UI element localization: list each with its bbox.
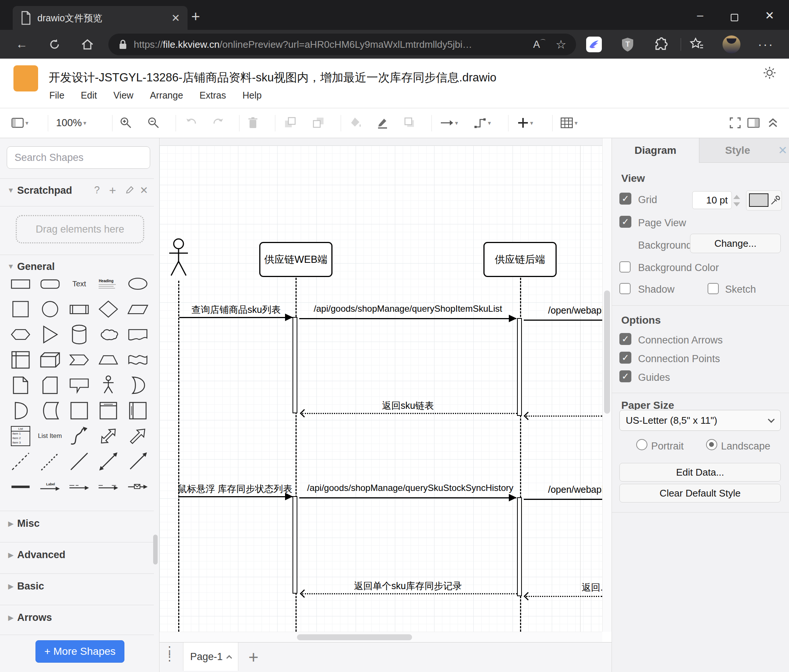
shape-cloud[interactable] bbox=[94, 322, 123, 347]
return-arrow[interactable] bbox=[526, 596, 602, 597]
page-view-checkbox[interactable]: ✓ bbox=[620, 216, 631, 228]
shadow-icon[interactable] bbox=[404, 108, 416, 137]
web-activation-bar[interactable] bbox=[292, 496, 297, 594]
shape-directional-connector[interactable] bbox=[123, 449, 152, 474]
maximize-icon[interactable] bbox=[726, 11, 743, 24]
shape-envelope-arrow[interactable] bbox=[123, 474, 152, 500]
diagram-canvas[interactable]: 供应链WEB端 供应链后端 查询店铺商品sku列表 /api/goods/sho… bbox=[160, 138, 602, 632]
shape-dashed-line[interactable] bbox=[6, 449, 35, 474]
shape-internal-storage[interactable] bbox=[6, 347, 35, 373]
url-bar[interactable]: https://file.kkview.cn/onlinePreview?url… bbox=[109, 33, 576, 55]
shape-card[interactable] bbox=[35, 373, 64, 398]
message-label[interactable]: /api/goods/shopManage/querySkuStockSyncH… bbox=[307, 483, 509, 493]
refresh-icon[interactable] bbox=[44, 30, 65, 59]
back-icon[interactable]: ← bbox=[11, 30, 32, 59]
scratchpad-close-icon[interactable]: ✕ bbox=[140, 185, 148, 196]
message-arrow[interactable] bbox=[179, 496, 292, 497]
shape-source-target-arrow[interactable] bbox=[94, 474, 123, 500]
zoom-in-icon[interactable] bbox=[120, 108, 132, 137]
shape-bidirectional-arrow[interactable] bbox=[94, 424, 123, 449]
scrollbar-thumb[interactable] bbox=[297, 634, 412, 640]
landscape-radio[interactable] bbox=[706, 439, 717, 450]
section-misc[interactable]: ▶ Misc bbox=[0, 515, 159, 532]
scratchpad-add-icon[interactable]: + bbox=[109, 184, 116, 197]
message-arrow[interactable] bbox=[524, 499, 602, 500]
message-arrow[interactable] bbox=[299, 318, 516, 319]
to-back-icon[interactable] bbox=[312, 108, 325, 137]
menu-arrange[interactable]: Arrange bbox=[150, 90, 183, 101]
shape-step[interactable] bbox=[65, 347, 94, 373]
grid-checkbox[interactable]: ✓ bbox=[620, 193, 631, 205]
scratchpad-edit-icon[interactable] bbox=[126, 185, 135, 197]
message-label[interactable]: /open/webapi/item bbox=[548, 484, 602, 495]
browser-tab[interactable]: drawio文件预览 ✕ bbox=[13, 6, 187, 30]
shape-cube[interactable] bbox=[35, 347, 64, 373]
shape-triangle[interactable] bbox=[35, 322, 64, 347]
favorite-star-icon[interactable]: ☆ bbox=[556, 37, 566, 51]
shape-bidirectional-connector[interactable] bbox=[94, 449, 123, 474]
avatar[interactable] bbox=[721, 30, 742, 59]
shape-arrow[interactable] bbox=[123, 424, 152, 449]
shape-rectangle[interactable] bbox=[6, 271, 35, 296]
grid-size-input[interactable] bbox=[692, 191, 732, 209]
shape-rounded-rectangle[interactable] bbox=[35, 271, 64, 296]
shape-container[interactable] bbox=[65, 398, 94, 424]
scratchpad-section[interactable]: ▼ Scratchpad bbox=[0, 182, 159, 199]
insert-icon[interactable]: ▾ bbox=[517, 108, 533, 137]
connection-icon[interactable]: ▾ bbox=[440, 108, 458, 137]
add-page-button[interactable]: + bbox=[248, 647, 259, 667]
grid-color-button[interactable] bbox=[746, 190, 782, 210]
shape-diamond[interactable] bbox=[94, 296, 123, 322]
shape-and[interactable] bbox=[6, 398, 35, 424]
shape-ellipse[interactable] bbox=[123, 271, 152, 296]
menu-help[interactable]: Help bbox=[243, 90, 262, 101]
table-icon[interactable]: ▾ bbox=[561, 108, 578, 137]
shape-circle[interactable] bbox=[35, 296, 64, 322]
redo-icon[interactable] bbox=[211, 108, 225, 137]
browser-menu-icon[interactable]: ··· bbox=[755, 30, 776, 59]
shape-callout[interactable] bbox=[65, 373, 94, 398]
more-shapes-button[interactable]: + More Shapes bbox=[35, 640, 125, 662]
message-label[interactable]: 查询店铺商品sku列表 bbox=[174, 304, 298, 316]
grid-size-decrement[interactable] bbox=[733, 202, 740, 207]
menu-extras[interactable]: Extras bbox=[200, 90, 226, 101]
fullscreen-icon[interactable] bbox=[729, 108, 741, 137]
message-label[interactable]: /open/webapi/ bbox=[548, 305, 602, 316]
shape-line[interactable] bbox=[65, 449, 94, 474]
delete-icon[interactable] bbox=[247, 108, 259, 137]
shape-dotted-line[interactable] bbox=[35, 449, 64, 474]
shape-note[interactable] bbox=[6, 373, 35, 398]
minimize-icon[interactable]: – bbox=[692, 9, 708, 22]
extensions-puzzle-icon[interactable] bbox=[650, 30, 671, 59]
sketch-checkbox[interactable] bbox=[708, 283, 719, 294]
line-color-icon[interactable] bbox=[377, 108, 388, 137]
view-panel-icon[interactable]: ▾ bbox=[11, 108, 29, 137]
menu-file[interactable]: File bbox=[50, 90, 64, 101]
format-panel-icon[interactable] bbox=[747, 108, 760, 137]
panel-close-icon[interactable]: ✕ bbox=[776, 138, 789, 163]
close-window-icon[interactable]: ✕ bbox=[761, 9, 778, 22]
new-tab-icon[interactable]: + bbox=[191, 8, 200, 25]
scratchpad-help-icon[interactable]: ? bbox=[94, 185, 100, 196]
shape-curve[interactable] bbox=[65, 424, 94, 449]
zoom-dropdown[interactable]: 100%▾ bbox=[56, 108, 86, 137]
undo-icon[interactable] bbox=[185, 108, 198, 137]
zoom-out-icon[interactable] bbox=[147, 108, 160, 137]
shape-document[interactable] bbox=[123, 322, 152, 347]
shape-list[interactable]: ListItem 1Item 2Item 3 bbox=[6, 424, 35, 449]
canvas-vertical-scrollbar[interactable] bbox=[602, 138, 612, 632]
shape-horizontal-container[interactable] bbox=[123, 398, 152, 424]
shadow-checkbox[interactable] bbox=[620, 283, 631, 294]
menu-edit[interactable]: Edit bbox=[81, 90, 97, 101]
shape-link[interactable] bbox=[6, 474, 35, 500]
message-arrow[interactable] bbox=[179, 317, 292, 318]
page-tab[interactable]: Page-1 bbox=[183, 642, 238, 671]
thunder-extension-icon[interactable] bbox=[583, 30, 604, 59]
background-color-checkbox[interactable] bbox=[620, 261, 631, 272]
pages-menu-icon[interactable]: ⋮⋮ bbox=[164, 648, 175, 660]
return-arrow[interactable] bbox=[302, 413, 517, 414]
shape-or[interactable] bbox=[123, 373, 152, 398]
shape-heading[interactable]: Heading bbox=[94, 271, 123, 296]
canvas-horizontal-scrollbar[interactable] bbox=[160, 632, 602, 642]
shape-list-item[interactable]: List Item bbox=[35, 424, 64, 449]
